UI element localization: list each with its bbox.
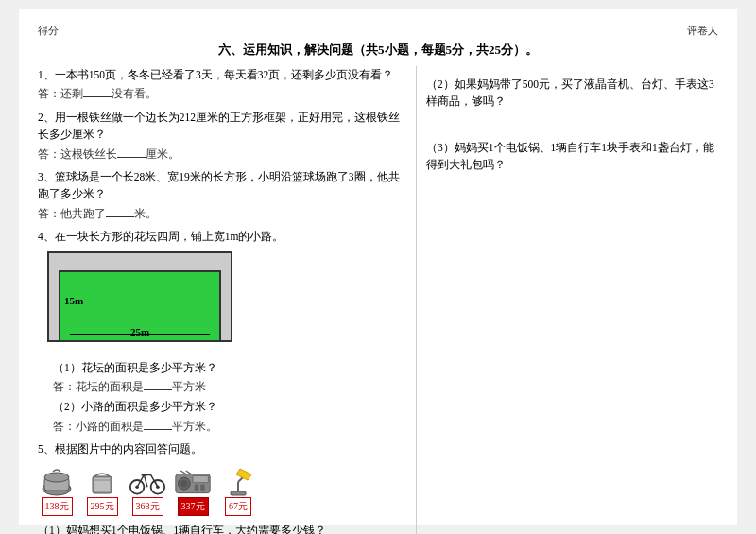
bicycle-icon	[129, 463, 166, 497]
svg-point-9	[156, 486, 160, 490]
score-label: 得分	[38, 24, 59, 38]
q4-sub2: （2）小路的面积是多少平方米？ 答：小路的面积是平方米。	[38, 398, 406, 435]
item-bicycle: 368元	[129, 463, 166, 516]
rq2-label: （2）如果妈妈带了500元，买了液晶音机、台灯、手表这3样商品，够吗？	[426, 76, 718, 111]
price-rice-cooker: 138元	[42, 497, 73, 516]
q1-text: 1、一本书150页，冬冬已经看了3天，每天看32页，还剩多少页没有看？	[38, 66, 406, 83]
question-3: 3、篮球场是一个长28米、宽19米的长方形，小明沿篮球场跑了3圈，他共跑了多少米…	[38, 168, 406, 222]
svg-rect-13	[193, 476, 208, 483]
width-label: 25m	[130, 324, 149, 341]
right-column: （2）如果妈妈带了500元，买了液晶音机、台灯、手表这3样商品，够吗？ （3）妈…	[416, 66, 718, 534]
price-lamp: 67元	[225, 497, 251, 516]
header: 得分 评卷人	[38, 24, 718, 38]
price-radio: 337元	[178, 497, 209, 516]
question-1: 1、一本书150页，冬冬已经看了3天，每天看32页，还剩多少页没有看？ 答：还剩…	[38, 66, 406, 103]
q5-sub1-label: （1）妈妈想买1个电饭锅、1辆自行车，大约需要多少钱？	[38, 522, 406, 534]
price-bucket: 295元	[87, 497, 118, 516]
q2-text: 2、用一根铁丝做一个边长为212厘米的正方形框架，正好用完，这根铁丝长多少厘米？	[38, 109, 406, 144]
bucket-icon	[83, 463, 121, 497]
question-5: 5、根据图片中的内容回答问题。 138元	[38, 440, 406, 534]
svg-point-12	[180, 480, 187, 487]
grader-label: 评卷人	[687, 24, 718, 38]
item-bucket: 295元	[83, 463, 121, 516]
q4-sub2-label: （2）小路的面积是多少平方米？	[53, 398, 406, 415]
svg-point-2	[44, 473, 69, 482]
q4-sub1: （1）花坛的面积是多少平方米？ 答：花坛的面积是平方米	[38, 359, 406, 396]
rq-2: （2）如果妈妈带了500元，买了液晶音机、台灯、手表这3样商品，够吗？	[426, 76, 718, 111]
q3-answer: 答：他共跑了米。	[38, 205, 406, 222]
svg-point-8	[135, 486, 139, 490]
rq-3: （3）妈妈买1个电饭锅、1辆自行车1块手表和1盏台灯，能得到大礼包吗？	[426, 139, 718, 174]
left-column: 1、一本书150页，冬冬已经看了3天，每天看32页，还剩多少页没有看？ 答：还剩…	[38, 66, 406, 534]
q5-text: 5、根据图片中的内容回答问题。	[38, 440, 406, 457]
section-title: 六、运用知识，解决问题（共5小题，每题5分，共25分）。	[38, 42, 718, 59]
question-2: 2、用一根铁丝做一个边长为212厘米的正方形框架，正好用完，这根铁丝长多少厘米？…	[38, 109, 406, 163]
item-lamp: 67元	[219, 463, 257, 516]
svg-rect-15	[200, 485, 205, 491]
question-4: 4、在一块长方形的花坛四周，铺上宽1m的小路。 15m 25m （1）	[38, 228, 406, 435]
items-row: 138元 295元	[38, 463, 406, 516]
content-area: 1、一本书150页，冬冬已经看了3天，每天看32页，还剩多少页没有看？ 答：还剩…	[38, 66, 718, 534]
q1-answer: 答：还剩没有看。	[38, 85, 406, 102]
lamp-icon	[219, 463, 257, 497]
price-bicycle: 368元	[132, 497, 163, 516]
q4-sub2-answer: 答：小路的面积是平方米。	[53, 418, 406, 435]
svg-marker-19	[236, 469, 251, 480]
item-radio: 337元	[174, 463, 212, 516]
radio-icon	[174, 463, 212, 497]
svg-rect-16	[231, 491, 246, 495]
rice-cooker-icon	[38, 463, 76, 497]
q2-answer: 答：这根铁丝长厘米。	[38, 146, 406, 163]
q4-text: 4、在一块长方形的花坛四周，铺上宽1m的小路。	[38, 228, 406, 245]
svg-rect-14	[195, 485, 199, 491]
height-label: 15m	[64, 293, 83, 310]
q3-text: 3、篮球场是一个长28米、宽19米的长方形，小明沿篮球场跑了3圈，他共跑了多少米…	[38, 168, 406, 203]
page: 得分 评卷人 六、运用知识，解决问题（共5小题，每题5分，共25分）。 1、一本…	[19, 9, 737, 525]
q5-sub1: （1）妈妈想买1个电饭锅、1辆自行车，大约需要多少钱？	[38, 522, 406, 534]
rq3-label: （3）妈妈买1个电饭锅、1辆自行车1块手表和1盏台灯，能得到大礼包吗？	[426, 139, 718, 174]
item-rice-cooker: 138元	[38, 463, 76, 516]
q4-sub1-answer: 答：花坛的面积是平方米	[53, 378, 406, 395]
q4-sub1-label: （1）花坛的面积是多少平方米？	[53, 359, 406, 376]
